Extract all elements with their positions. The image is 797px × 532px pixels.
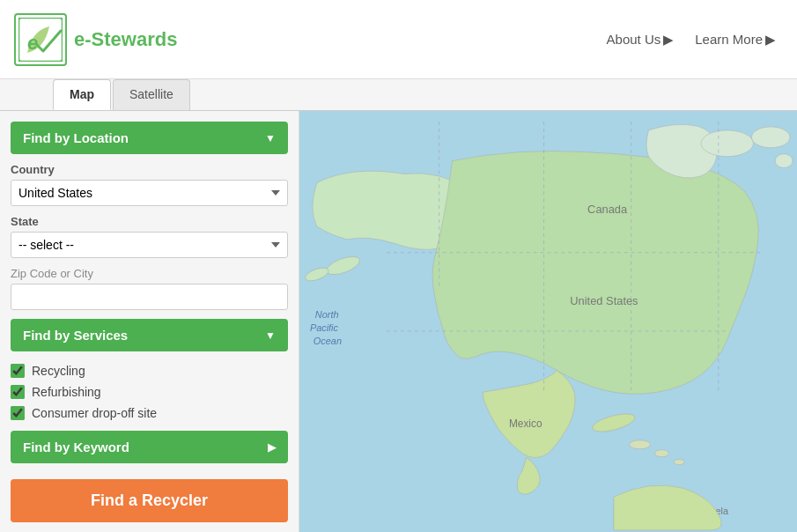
svg-text:Canada: Canada bbox=[587, 203, 628, 216]
find-by-services-label: Find by Services bbox=[23, 328, 128, 343]
svg-point-23 bbox=[654, 450, 668, 457]
find-recycler-button[interactable]: Find a Recycler bbox=[11, 479, 288, 522]
find-by-keyword-header[interactable]: Find by Keyword ▶ bbox=[11, 431, 288, 463]
consumer-dropoff-checkbox[interactable] bbox=[11, 406, 25, 420]
header: e e-Stewards About Us ▶ Learn More ▶ bbox=[0, 0, 797, 79]
find-by-services-arrow-icon: ▼ bbox=[265, 329, 276, 342]
find-by-location-arrow-icon: ▼ bbox=[265, 132, 276, 144]
learn-more-arrow-icon: ▶ bbox=[765, 32, 776, 48]
map-tabs: Map Satellite bbox=[0, 79, 797, 111]
learn-more-label: Learn More bbox=[695, 32, 763, 47]
country-label: Country bbox=[11, 163, 288, 176]
map-svg: North Pacific Ocean Canada United States… bbox=[299, 111, 797, 532]
main-content: Find by Location ▼ Country United States… bbox=[0, 111, 797, 532]
zip-city-group: Zip Code or City bbox=[11, 267, 288, 310]
country-select[interactable]: United States Canada Mexico Other bbox=[11, 180, 288, 206]
state-select[interactable]: -- select -- Alabama Alaska Arizona Cali… bbox=[11, 232, 288, 258]
brand-name: e-Stewards bbox=[74, 28, 177, 51]
svg-text:North: North bbox=[315, 309, 339, 320]
find-by-keyword-label: Find by Keyword bbox=[23, 440, 129, 454]
svg-point-6 bbox=[701, 130, 753, 157]
zip-city-label: Zip Code or City bbox=[11, 267, 288, 280]
learn-more-nav[interactable]: Learn More ▶ bbox=[688, 28, 783, 51]
svg-point-24 bbox=[674, 460, 684, 465]
zip-city-input[interactable] bbox=[11, 284, 288, 310]
about-us-arrow-icon: ▶ bbox=[663, 32, 674, 48]
map-area: North Pacific Ocean Canada United States… bbox=[299, 111, 797, 532]
services-checkboxes: Recycling Refurbishing Consumer drop-off… bbox=[11, 360, 288, 424]
svg-text:Mexico: Mexico bbox=[509, 417, 542, 430]
refurbishing-label: Refurbishing bbox=[32, 385, 101, 399]
country-group: Country United States Canada Mexico Othe… bbox=[11, 163, 288, 206]
svg-point-22 bbox=[630, 440, 651, 449]
find-by-services-header[interactable]: Find by Services ▼ bbox=[11, 319, 288, 351]
consumer-dropoff-label: Consumer drop-off site bbox=[32, 406, 157, 420]
tab-map[interactable]: Map bbox=[53, 79, 111, 110]
refurbishing-checkbox[interactable] bbox=[11, 385, 25, 399]
find-by-location-header[interactable]: Find by Location ▼ bbox=[11, 122, 288, 154]
about-us-nav[interactable]: About Us ▶ bbox=[600, 28, 682, 51]
header-nav: About Us ▶ Learn More ▶ bbox=[600, 28, 783, 51]
svg-text:United States: United States bbox=[570, 294, 638, 307]
about-us-label: About Us bbox=[607, 32, 661, 47]
svg-text:Ocean: Ocean bbox=[314, 336, 342, 346]
recycling-item: Recycling bbox=[11, 360, 288, 381]
find-by-location-label: Find by Location bbox=[23, 130, 129, 145]
logo-icon: e bbox=[14, 13, 67, 66]
state-label: State bbox=[11, 215, 288, 228]
svg-text:Pacific: Pacific bbox=[310, 322, 339, 333]
svg-point-8 bbox=[775, 154, 793, 168]
svg-point-7 bbox=[751, 127, 790, 148]
logo-area: e e-Stewards bbox=[14, 13, 177, 66]
tab-satellite[interactable]: Satellite bbox=[113, 79, 190, 110]
state-group: State -- select -- Alabama Alaska Arizon… bbox=[11, 215, 288, 258]
refurbishing-item: Refurbishing bbox=[11, 381, 288, 403]
find-by-keyword-arrow-icon: ▶ bbox=[268, 441, 276, 454]
consumer-dropoff-item: Consumer drop-off site bbox=[11, 403, 288, 424]
recycling-label: Recycling bbox=[32, 364, 85, 378]
sidebar: Find by Location ▼ Country United States… bbox=[0, 111, 299, 532]
recycling-checkbox[interactable] bbox=[11, 364, 25, 378]
svg-text:e: e bbox=[27, 32, 38, 54]
